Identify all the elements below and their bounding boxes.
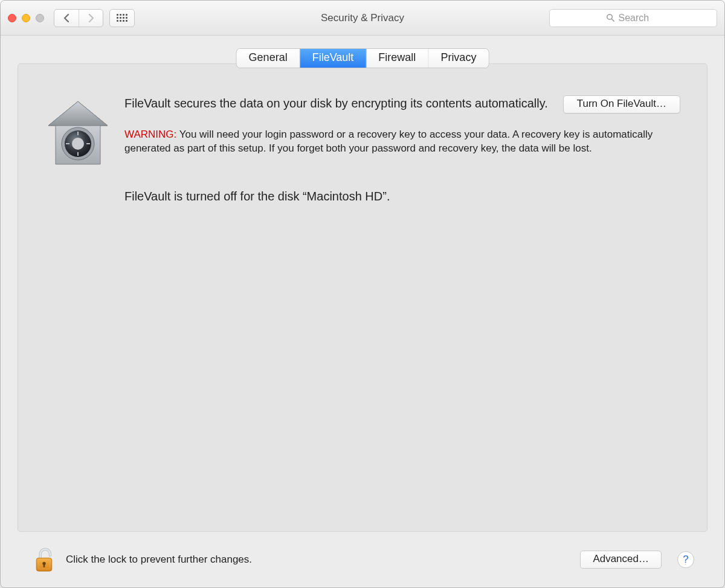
- tab-firewall[interactable]: Firewall: [366, 49, 428, 68]
- close-window-button[interactable]: [8, 14, 16, 22]
- forward-button[interactable]: [79, 10, 103, 27]
- preferences-window: Security & Privacy General FileVault Fir…: [0, 0, 725, 588]
- tab-bar: General FileVault Firewall Privacy: [237, 49, 489, 68]
- filevault-warning: WARNING: You will need your login passwo…: [124, 128, 680, 156]
- grid-icon: [117, 14, 127, 22]
- lock-button[interactable]: [31, 543, 57, 576]
- svg-marker-3: [48, 101, 108, 126]
- svg-line-1: [611, 19, 614, 22]
- svg-point-6: [72, 138, 84, 150]
- tab-panel: FileVault secures the data on your disk …: [18, 63, 707, 532]
- unlocked-padlock-icon: [32, 545, 56, 575]
- window-title: Security & Privacy: [321, 12, 404, 24]
- search-icon: [606, 13, 615, 22]
- turn-on-filevault-button[interactable]: Turn On FileVault…: [563, 95, 680, 113]
- advanced-button[interactable]: Advanced…: [580, 551, 662, 569]
- lock-hint-text: Click the lock to prevent further change…: [66, 554, 252, 566]
- minimize-window-button[interactable]: [22, 14, 30, 22]
- window-controls: [8, 14, 44, 22]
- search-input[interactable]: [619, 13, 661, 24]
- nav-back-forward: [54, 9, 103, 27]
- tab-filevault[interactable]: FileVault: [300, 49, 367, 68]
- footer: Click the lock to prevent further change…: [18, 532, 707, 587]
- content-area: General FileVault Firewall Privacy: [1, 36, 724, 587]
- svg-rect-14: [44, 563, 45, 567]
- tab-general[interactable]: General: [237, 49, 300, 68]
- zoom-window-button[interactable]: [36, 14, 44, 22]
- tab-privacy[interactable]: Privacy: [428, 49, 488, 68]
- warning-text: You will need your login password or a r…: [124, 129, 652, 154]
- back-button[interactable]: [54, 10, 79, 27]
- warning-label: WARNING:: [124, 129, 176, 140]
- chevron-right-icon: [88, 14, 95, 22]
- show-all-prefs-button[interactable]: [109, 9, 135, 27]
- filevault-status: FileVault is turned off for the disk “Ma…: [124, 190, 680, 203]
- search-field[interactable]: [549, 9, 717, 27]
- filevault-icon: [45, 98, 111, 203]
- chevron-left-icon: [63, 14, 70, 22]
- help-button[interactable]: ?: [677, 551, 694, 568]
- titlebar: Security & Privacy: [1, 1, 724, 36]
- filevault-headline: FileVault secures the data on your disk …: [124, 95, 551, 112]
